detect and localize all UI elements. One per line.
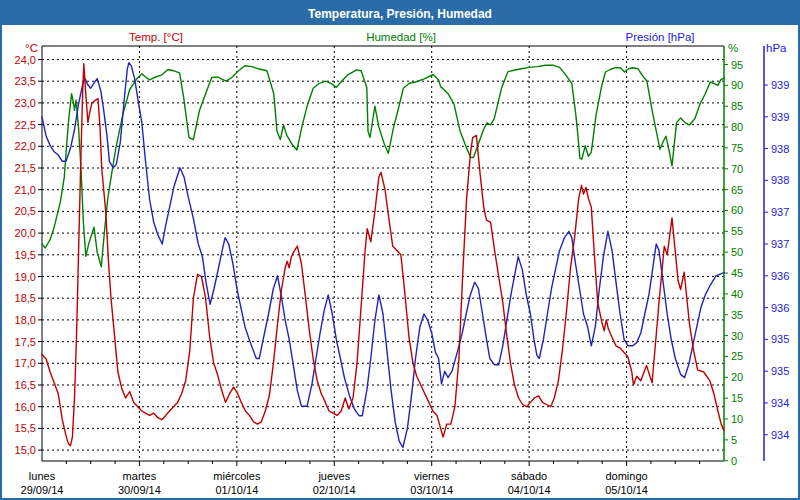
temp-tick-label: 17,0 [15,357,36,369]
humidity-tick-label: 5 [731,434,737,446]
temp-tick-label: 21,5 [15,162,36,174]
day-date-label: 29/09/14 [21,484,64,496]
pressure-tick-label: 936 [771,302,789,314]
temp-tick-label: 19,5 [15,249,36,261]
humidity-tick-label: 35 [731,309,743,321]
temp-tick-label: 23,5 [15,75,36,87]
temp-tick-label: 15,0 [15,444,36,456]
day-name-label: lunes [29,470,56,482]
humidity-tick-label: 70 [731,163,743,175]
humidity-tick-label: 15 [731,392,743,404]
humidity-tick-label: 85 [731,100,743,112]
pressure-tick-label: 939 [771,111,789,123]
pressure-tick-label: 937 [771,238,789,250]
pressure-tick-label: 934 [771,429,789,441]
humidity-tick-label: 40 [731,288,743,300]
temp-tick-label: 22,0 [15,140,36,152]
temp-tick-label: 16,5 [15,379,36,391]
temp-tick-label: 20,5 [15,205,36,217]
day-name-label: miércoles [213,470,261,482]
day-date-label: 05/10/14 [605,484,648,496]
day-name-label: sábado [511,470,547,482]
day-date-label: 01/10/14 [215,484,258,496]
temp-tick-label: 22,5 [15,119,36,131]
humidity-tick-label: 20 [731,371,743,383]
plot-area: 24,023,523,022,522,021,521,020,520,019,5… [2,2,798,498]
pressure-tick-label: 938 [771,143,789,155]
day-date-label: 02/10/14 [313,484,356,496]
pressure-tick-label: 934 [771,397,789,409]
temp-tick-label: 17,5 [15,336,36,348]
pressure-tick-label: 939 [771,79,789,91]
temp-tick-label: 16,0 [15,401,36,413]
day-name-label: martes [123,470,157,482]
pressure-tick-label: 935 [771,333,789,345]
humidity-tick-label: 55 [731,225,743,237]
humidity-tick-label: 0 [731,455,737,467]
pressure-tick-label: 937 [771,206,789,218]
day-date-label: 04/10/14 [508,484,551,496]
humidity-tick-label: 65 [731,184,743,196]
temp-tick-label: 18,5 [15,292,36,304]
day-date-label: 03/10/14 [410,484,453,496]
temp-tick-label: 18,0 [15,314,36,326]
humidity-tick-label: 50 [731,246,743,258]
humidity-tick-label: 45 [731,267,743,279]
pressure-tick-label: 936 [771,270,789,282]
temp-tick-label: 20,0 [15,227,36,239]
temp-tick-label: 19,0 [15,271,36,283]
temp-tick-label: 24,0 [15,54,36,66]
humidity-tick-label: 90 [731,79,743,91]
temp-tick-label: 21,0 [15,184,36,196]
day-name-label: domingo [605,470,647,482]
day-name-label: viernes [414,470,450,482]
temp-tick-label: 23,0 [15,97,36,109]
temp-tick-label: 15,5 [15,422,36,434]
day-date-label: 30/09/14 [118,484,161,496]
humidity-tick-label: 95 [731,59,743,71]
day-name-label: jueves [317,470,350,482]
humidity-tick-label: 75 [731,142,743,154]
humidity-tick-label: 80 [731,121,743,133]
humidity-tick-label: 60 [731,204,743,216]
humidity-tick-label: 25 [731,350,743,362]
humidity-tick-label: 10 [731,413,743,425]
pressure-tick-label: 935 [771,365,789,377]
weather-chart-window: Temperatura, Presión, Humedad Temp. [°C]… [0,0,800,500]
series-line-humidity [42,65,724,266]
pressure-tick-label: 938 [771,174,789,186]
humidity-tick-label: 30 [731,330,743,342]
